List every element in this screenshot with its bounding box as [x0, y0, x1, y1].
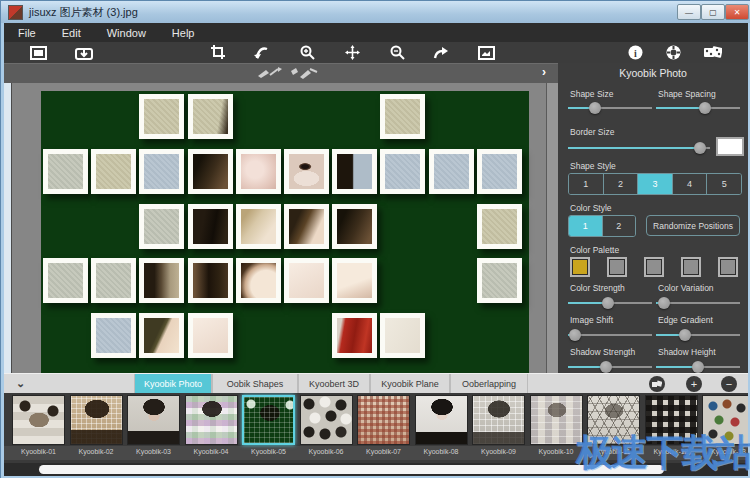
color-style-group: 12 [568, 215, 636, 237]
import-icon[interactable] [75, 44, 93, 61]
shape-style-3-button[interactable]: 3 [638, 174, 673, 194]
shadow-height-slider[interactable] [656, 360, 740, 374]
info-icon[interactable]: i [626, 44, 644, 61]
app-icon [8, 5, 23, 20]
photo-tile [91, 313, 136, 358]
menu-item-window[interactable]: Window [107, 27, 146, 39]
photo-tile [139, 204, 184, 249]
settings-icon[interactable] [664, 44, 682, 61]
randomize-dice-icon[interactable] [704, 44, 722, 61]
image-canvas[interactable] [41, 91, 529, 373]
shape-style-5-button[interactable]: 5 [707, 174, 741, 194]
add-icon[interactable]: + [686, 376, 702, 392]
rotate-icon[interactable] [253, 44, 271, 61]
photo-tile [332, 258, 377, 303]
photo-tile [332, 313, 377, 358]
brush-arrow-icon[interactable] [290, 66, 318, 84]
image-shift-slider[interactable] [568, 328, 652, 342]
slider-knob[interactable] [600, 361, 612, 373]
palette-swatch-2[interactable] [607, 257, 627, 277]
tab-oobik-shapes[interactable]: Oobik Shapes [212, 374, 298, 394]
maximize-button[interactable]: ▢ [701, 4, 725, 20]
shape-size-slider[interactable] [568, 101, 652, 115]
palette-swatch-5[interactable] [718, 257, 738, 277]
color-style-1-button[interactable]: 1 [569, 216, 603, 236]
photo-tile [236, 149, 281, 194]
color-variation-label: Color Variation [658, 283, 714, 293]
photo-tile [332, 149, 377, 194]
chevron-down-icon[interactable]: ⌄ [16, 377, 25, 390]
color-strength-slider[interactable] [568, 296, 652, 310]
open-image-icon[interactable] [29, 44, 47, 61]
slider-knob[interactable] [658, 297, 670, 309]
slider-knob[interactable] [569, 329, 581, 341]
slider-knob[interactable] [692, 361, 704, 373]
menu-item-edit[interactable]: Edit [62, 27, 81, 39]
preset-thumbnail-label: Kyoobik-07 [355, 448, 412, 455]
slider-knob[interactable] [602, 297, 614, 309]
brush-tool-icon[interactable] [256, 66, 282, 84]
tab-kyoobik-photo[interactable]: Kyoobik Photo [134, 374, 212, 394]
menu-item-file[interactable]: File [18, 27, 36, 39]
shape-style-1-button[interactable]: 1 [569, 174, 604, 194]
sub-toolbar: › [4, 63, 558, 84]
palette-swatch-3[interactable] [644, 257, 664, 277]
slider-knob[interactable] [699, 102, 711, 114]
photo-tile [284, 258, 329, 303]
color-variation-slider[interactable] [656, 296, 740, 310]
effect-panel: Kyoobik Photo Shape Size Shape Spacing B… [558, 63, 748, 373]
preset-thumbnail-label: Kyoobik-03 [125, 448, 182, 455]
shape-spacing-slider[interactable] [656, 101, 740, 115]
preset-thumbnail-kyoobik-05[interactable] [242, 395, 295, 445]
color-style-2-button[interactable]: 2 [603, 216, 636, 236]
collapse-panel-icon[interactable]: › [542, 65, 546, 79]
preset-thumbnail-kyoobik-03[interactable] [127, 395, 180, 445]
menu-bar: FileEditWindowHelp [4, 23, 748, 42]
slider-knob[interactable] [679, 329, 691, 341]
redo-icon[interactable] [432, 44, 450, 61]
slider-knob[interactable] [694, 142, 706, 154]
photo-tile [236, 258, 281, 303]
photo-tile [236, 204, 281, 249]
palette-swatch-4[interactable] [681, 257, 701, 277]
close-button[interactable]: ✕ [725, 4, 749, 20]
slider-knob[interactable] [589, 102, 601, 114]
border-color-swatch[interactable] [716, 137, 744, 156]
title-bar[interactable]: jisuxz 图片素材 (3).jpg — ▢ ✕ [1, 1, 750, 23]
photo-tile [332, 204, 377, 249]
crop-icon[interactable] [209, 44, 227, 61]
menu-item-help[interactable]: Help [172, 27, 195, 39]
zoom-out-icon[interactable] [388, 44, 406, 61]
preset-thumbnail-kyoobik-02[interactable] [70, 395, 123, 445]
tab-ooberlapping[interactable]: Ooberlapping [450, 374, 528, 394]
preset-thumbnail-kyoobik-10[interactable] [530, 395, 583, 445]
border-size-slider[interactable] [568, 141, 710, 155]
preset-thumbnail-kyoobik-01[interactable] [12, 395, 65, 445]
tab-kyoobert-3d[interactable]: Kyoobert 3D [298, 374, 370, 394]
export-image-icon[interactable] [477, 44, 495, 61]
shape-style-2-button[interactable]: 2 [604, 174, 639, 194]
remove-icon[interactable]: − [721, 376, 737, 392]
minimize-button[interactable]: — [677, 4, 701, 20]
preset-thumbnail-kyoobik-06[interactable] [300, 395, 353, 445]
dice-icon[interactable] [649, 376, 665, 392]
preset-thumbnail-kyoobik-08[interactable] [415, 395, 468, 445]
randomize-positions-button[interactable]: Randomize Positions [646, 215, 740, 236]
preset-thumbnail-label: Kyoobik-05 [240, 448, 297, 455]
shape-style-4-button[interactable]: 4 [673, 174, 708, 194]
zoom-in-icon[interactable] [298, 44, 316, 61]
photo-tile [139, 149, 184, 194]
tab-kyoobik-plane[interactable]: Kyoobik Plane [370, 374, 450, 394]
photo-tile [43, 258, 88, 303]
preset-thumbnail-kyoobik-04[interactable] [185, 395, 238, 445]
scrollbar-thumb[interactable] [39, 465, 664, 474]
move-icon[interactable] [343, 44, 361, 61]
preset-tab-bar: ⌄ Kyoobik PhotoOobik ShapesKyoobert 3DKy… [4, 373, 748, 394]
edge-gradient-slider[interactable] [656, 328, 740, 342]
palette-swatch-1[interactable] [570, 257, 590, 277]
preset-thumbnail-kyoobik-07[interactable] [357, 395, 410, 445]
shadow-strength-slider[interactable] [568, 360, 652, 374]
photo-tile [477, 204, 522, 249]
preset-thumbnail-kyoobik-09[interactable] [472, 395, 525, 445]
photo-tile [380, 94, 425, 139]
